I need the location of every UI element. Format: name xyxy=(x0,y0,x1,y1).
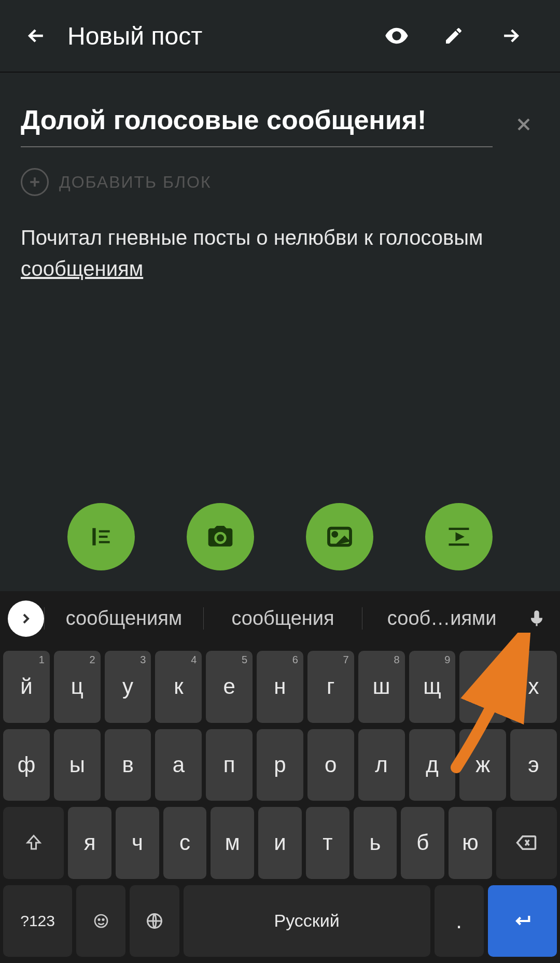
keyboard-row-4: ?123 Русский . xyxy=(3,885,557,957)
svg-rect-8 xyxy=(449,528,469,530)
key-ь[interactable]: ь xyxy=(354,807,397,879)
emoji-key[interactable] xyxy=(76,885,125,957)
svg-point-5 xyxy=(217,534,224,541)
keyboard-row-1: й1 ц2 у3 к4 е5 н6 г7 ш8 щ9 з х xyxy=(3,651,557,723)
post-body-input[interactable]: Почитал гневные посты о нелюбви к голосо… xyxy=(21,222,539,284)
insert-text-button[interactable] xyxy=(67,503,135,570)
page-title: Новый пост xyxy=(67,22,202,50)
keyboard: й1 ц2 у3 к4 е5 н6 г7 ш8 щ9 з х ф ы в а п… xyxy=(0,646,560,963)
key-й[interactable]: й1 xyxy=(3,651,50,723)
svg-rect-4 xyxy=(99,541,110,543)
backspace-key[interactable] xyxy=(496,807,557,879)
enter-key[interactable] xyxy=(488,885,557,957)
key-д[interactable]: д xyxy=(409,729,456,801)
key-н[interactable]: н6 xyxy=(257,651,303,723)
key-ы[interactable]: ы xyxy=(54,729,101,801)
preview-button[interactable] xyxy=(368,22,425,49)
suggestions-expand-button[interactable] xyxy=(8,601,44,637)
body-text-underlined: сообщениям xyxy=(21,257,143,280)
svg-rect-9 xyxy=(449,543,469,546)
key-в[interactable]: в xyxy=(105,729,151,801)
key-х[interactable]: х xyxy=(510,651,557,723)
svg-point-7 xyxy=(333,533,337,536)
suggestion-2[interactable]: сообщения xyxy=(203,607,362,630)
space-key[interactable]: Русский xyxy=(184,885,430,957)
key-е[interactable]: е5 xyxy=(206,651,253,723)
insert-toolbar xyxy=(0,503,560,570)
period-key[interactable]: . xyxy=(435,885,484,957)
key-ц[interactable]: ц2 xyxy=(54,651,101,723)
key-ж[interactable]: ж xyxy=(459,729,506,801)
post-title-input[interactable]: Долой голосовые сообщения! xyxy=(21,104,493,147)
key-ю[interactable]: ю xyxy=(449,807,492,879)
edit-button[interactable] xyxy=(425,25,482,46)
keyboard-row-3: я ч с м и т ь б ю xyxy=(3,807,557,879)
forward-button[interactable] xyxy=(482,24,539,47)
key-у[interactable]: у3 xyxy=(105,651,151,723)
key-б[interactable]: б xyxy=(401,807,444,879)
keyboard-row-2: ф ы в а п р о л д ж э xyxy=(3,729,557,801)
insert-image-button[interactable] xyxy=(306,503,373,570)
key-ф[interactable]: ф xyxy=(3,729,50,801)
key-р[interactable]: р xyxy=(257,729,303,801)
add-block-label: ДОБАВИТЬ БЛОК xyxy=(59,173,212,192)
key-з[interactable]: з xyxy=(459,651,506,723)
key-п[interactable]: п xyxy=(206,729,253,801)
key-и[interactable]: и xyxy=(258,807,302,879)
key-щ[interactable]: щ9 xyxy=(409,651,456,723)
body-text-plain: Почитал гневные посты о нелюбви к голосо… xyxy=(21,226,483,249)
key-ш[interactable]: ш8 xyxy=(358,651,405,723)
back-button[interactable] xyxy=(21,24,52,47)
key-т[interactable]: т xyxy=(306,807,349,879)
keyboard-suggestions: сообщениям сообщения сооб…иями xyxy=(0,591,560,646)
key-э[interactable]: э xyxy=(510,729,557,801)
insert-camera-button[interactable] xyxy=(187,503,254,570)
key-м[interactable]: м xyxy=(211,807,254,879)
key-а[interactable]: а xyxy=(155,729,202,801)
suggestion-1[interactable]: сообщениям xyxy=(44,607,203,630)
editor-content: Долой голосовые сообщения! ДОБАВИТЬ БЛОК… xyxy=(0,73,560,284)
svg-rect-1 xyxy=(92,528,95,545)
symbols-key[interactable]: ?123 xyxy=(3,885,72,957)
svg-point-12 xyxy=(103,919,104,920)
key-с[interactable]: с xyxy=(163,807,207,879)
key-к[interactable]: к4 xyxy=(155,651,202,723)
key-л[interactable]: л xyxy=(358,729,405,801)
app-header: Новый пост xyxy=(0,0,560,73)
svg-point-11 xyxy=(99,919,100,920)
suggestion-3[interactable]: сооб…иями xyxy=(362,607,521,630)
key-о[interactable]: о xyxy=(307,729,354,801)
svg-rect-3 xyxy=(99,536,108,538)
plus-icon xyxy=(21,168,49,196)
svg-point-0 xyxy=(395,34,399,38)
language-key[interactable] xyxy=(130,885,179,957)
shift-key[interactable] xyxy=(3,807,64,879)
key-я[interactable]: я xyxy=(68,807,111,879)
key-ч[interactable]: ч xyxy=(116,807,159,879)
voice-input-button[interactable] xyxy=(521,609,552,629)
svg-rect-2 xyxy=(99,531,110,533)
add-block-button[interactable]: ДОБАВИТЬ БЛОК xyxy=(21,168,539,196)
key-г[interactable]: г7 xyxy=(307,651,354,723)
svg-point-10 xyxy=(95,915,107,927)
insert-video-button[interactable] xyxy=(425,503,493,570)
clear-title-button[interactable] xyxy=(508,114,539,135)
